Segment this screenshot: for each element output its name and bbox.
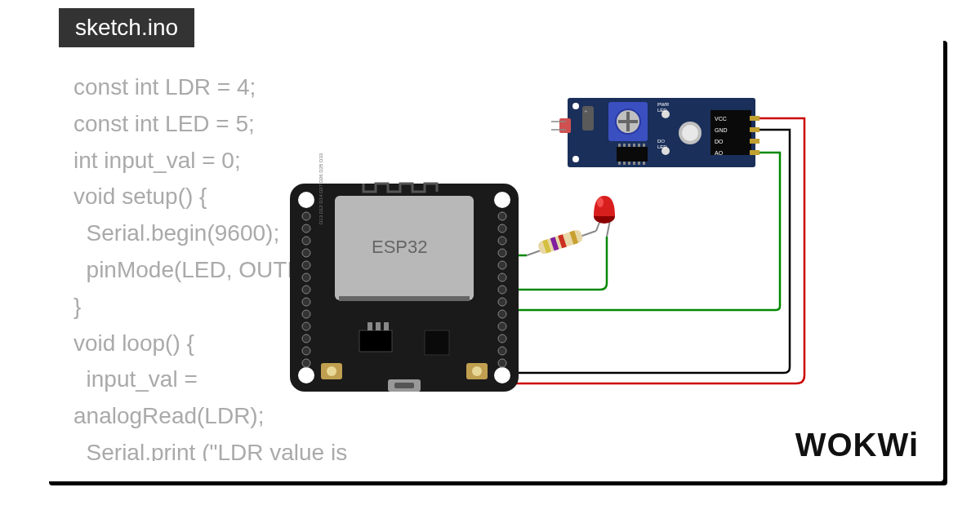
wokwi-logo: WOKWi [795,427,919,463]
esp32-board[interactable]: ESP32 [290,153,519,392]
ldr-pin-gnd: GND [715,127,728,133]
svg-rect-64 [618,144,621,147]
svg-rect-37 [425,330,449,355]
esp32-top-labels: D13 D12 D14 D27 D26 D25 D33 [318,153,323,224]
svg-rect-55 [559,118,571,133]
ldr-pwr-led-label: PWR [657,102,670,107]
svg-point-29 [498,322,506,330]
svg-point-7 [302,212,310,220]
svg-point-8 [302,224,310,233]
svg-point-28 [498,310,506,318]
svg-point-4 [494,367,510,383]
svg-point-9 [302,237,310,245]
svg-point-2 [494,192,510,208]
svg-rect-36 [384,322,389,330]
svg-rect-83 [750,116,760,121]
svg-point-24 [498,261,506,269]
svg-rect-34 [368,322,372,330]
svg-rect-84 [750,127,760,132]
svg-text:LED: LED [657,144,667,149]
svg-point-23 [498,249,506,257]
svg-rect-74 [638,162,640,165]
esp32-label: ESP32 [372,237,428,257]
svg-rect-63 [617,147,648,162]
ldr-pin-vcc: VCC [715,116,727,122]
svg-point-81 [682,125,698,141]
svg-point-19 [302,359,310,367]
file-tab[interactable]: sketch.ino [59,8,194,47]
svg-point-32 [498,359,506,367]
svg-point-13 [302,286,310,294]
svg-rect-66 [628,144,630,147]
resistor[interactable] [527,228,596,255]
svg-point-15 [302,310,310,318]
svg-rect-65 [623,144,626,147]
svg-rect-6 [339,296,470,301]
svg-point-27 [498,298,506,306]
svg-rect-69 [643,144,645,147]
ldr-module[interactable]: + PWR LED DO LED [551,98,760,167]
ldr-do-led-label: DO [657,139,665,144]
svg-rect-73 [633,162,635,165]
svg-point-22 [498,237,506,245]
svg-rect-75 [643,162,645,165]
svg-point-30 [498,335,506,343]
svg-point-14 [302,298,310,306]
svg-rect-86 [750,150,760,155]
svg-point-11 [302,261,310,269]
svg-point-53 [597,197,604,207]
svg-text:+: + [584,108,588,115]
svg-rect-35 [376,322,381,330]
esp32-button-left[interactable] [321,363,342,379]
ldr-pin-ao: AO [715,150,724,156]
svg-rect-67 [633,144,635,147]
svg-point-10 [302,249,310,257]
svg-point-31 [498,347,506,355]
circuit-diagram: ESP32 [274,37,943,481]
svg-rect-70 [618,162,621,165]
svg-point-12 [302,273,310,281]
svg-point-88 [572,156,579,162]
svg-rect-68 [638,144,640,147]
svg-rect-72 [628,162,630,165]
svg-rect-85 [750,139,760,144]
svg-rect-43 [394,383,414,388]
svg-point-3 [298,367,314,383]
svg-point-1 [298,192,314,208]
svg-rect-33 [359,330,392,352]
svg-point-25 [498,273,506,281]
led-component[interactable] [594,196,615,237]
svg-point-87 [572,103,579,109]
svg-point-39 [327,366,336,376]
svg-point-16 [302,322,310,330]
svg-rect-71 [623,162,626,165]
svg-point-18 [302,347,310,355]
card: const int LDR = 4; const int LED = 5; in… [45,37,943,481]
signal-ldr-wire [514,153,780,310]
esp32-button-right[interactable] [466,363,488,379]
svg-point-20 [498,212,506,220]
ldr-pin-do: DO [715,139,724,144]
svg-point-41 [472,366,482,376]
svg-point-21 [498,224,506,233]
svg-text:LED: LED [657,108,667,113]
svg-point-17 [302,335,310,343]
svg-point-26 [498,286,506,294]
